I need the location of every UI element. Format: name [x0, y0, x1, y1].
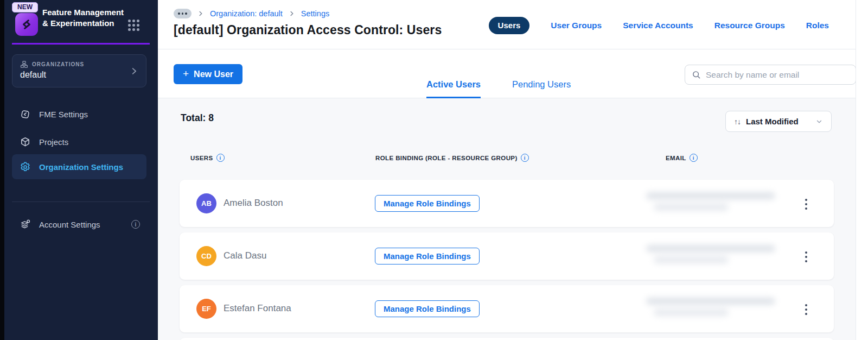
sidebar-item-label: Organization Settings — [39, 162, 123, 172]
sort-arrows-icon: ↑↓ — [734, 117, 741, 126]
chevron-right-icon — [289, 10, 295, 17]
user-name: Cala Dasu — [224, 250, 266, 261]
row-menu-icon[interactable] — [803, 302, 809, 317]
new-user-button-label: New User — [194, 70, 233, 79]
organization-selector[interactable]: ORGANIZATIONS default — [12, 54, 146, 87]
table-row: EF Estefan Fontana Manage Role Bindings — [180, 285, 834, 332]
row-menu-icon[interactable] — [803, 249, 809, 265]
tab-roles[interactable]: Roles — [806, 21, 829, 30]
page-title: [default] Organization Access Control: U… — [174, 23, 442, 37]
tab-active-users[interactable]: Active Users — [426, 79, 481, 98]
chevron-down-icon — [815, 118, 823, 125]
info-icon[interactable]: i — [131, 220, 140, 229]
org-hierarchy-icon — [20, 60, 28, 68]
search-input[interactable] — [706, 70, 849, 80]
table-row: AB Amelia Boston Manage Role Bindings — [180, 180, 834, 227]
cube-icon — [20, 136, 31, 148]
scroll-gutter — [856, 0, 868, 340]
manage-role-bindings-button[interactable]: Manage Role Bindings — [375, 195, 480, 212]
sidebar-item-label: Projects — [39, 137, 68, 147]
sidebar-item-label: FME Settings — [39, 110, 88, 119]
new-user-button[interactable]: + New User — [174, 64, 242, 84]
screen-edge-strip — [0, 0, 4, 340]
manage-role-bindings-button[interactable]: Manage Role Bindings — [375, 300, 480, 317]
user-name: Estefan Fontana — [224, 303, 291, 314]
gear-icon — [20, 161, 31, 173]
sidebar-divider — [12, 202, 150, 202]
breadcrumb-link-settings[interactable]: Settings — [301, 9, 329, 18]
table-header: USERS i ROLE BINDING (ROLE - RESOURCE GR… — [180, 154, 834, 163]
brand-divider — [12, 43, 150, 45]
user-view-tabs: Active Users Pending Users — [426, 79, 571, 98]
tab-pending-users[interactable]: Pending Users — [512, 79, 571, 98]
total-count: Total: 8 — [181, 112, 214, 124]
sidebar-item-organization-settings[interactable]: Organization Settings — [12, 154, 146, 179]
new-badge: NEW — [12, 2, 38, 12]
tab-users[interactable]: Users — [489, 17, 530, 34]
email-redacted — [646, 298, 775, 316]
column-role-binding: ROLE BINDING (ROLE - RESOURCE GROUP) — [375, 155, 518, 161]
table-row: CD Cala Dasu Manage Role Bindings — [180, 232, 834, 280]
sidebar-item-account-settings[interactable]: Account Settings i — [12, 213, 146, 235]
org-selector-value: default — [20, 70, 138, 80]
email-redacted — [646, 245, 775, 263]
access-control-nav: Users User Groups Service Accounts Resou… — [489, 17, 829, 34]
main-panel: Organization: default Settings [default]… — [158, 0, 856, 340]
avatar: AB — [196, 193, 216, 213]
info-icon[interactable]: i — [521, 154, 529, 162]
info-icon[interactable]: i — [216, 154, 225, 162]
chevron-right-icon — [197, 10, 204, 17]
page-header: Organization: default Settings [default]… — [158, 0, 856, 49]
sidebar-item-label: Account Settings — [39, 220, 100, 229]
sort-dropdown[interactable]: ↑↓ Last Modified — [725, 111, 832, 132]
sidebar-item-projects[interactable]: Projects — [12, 131, 146, 153]
split-glyph-icon — [20, 17, 34, 32]
column-email: EMAIL — [666, 155, 686, 161]
search-icon — [692, 70, 701, 79]
tab-resource-groups[interactable]: Resource Groups — [714, 21, 785, 30]
breadcrumb: Organization: default Settings — [174, 9, 329, 18]
chevron-right-icon — [129, 66, 139, 76]
table-row-partial — [180, 338, 834, 340]
plus-icon: + — [183, 68, 189, 79]
user-name: Amelia Boston — [224, 198, 283, 209]
sidebar: NEW Feature Management & Experimentation… — [4, 0, 158, 340]
avatar: EF — [196, 299, 216, 319]
breadcrumb-link-organization[interactable]: Organization: default — [210, 9, 283, 18]
apps-grid-icon[interactable] — [128, 20, 139, 31]
tab-user-groups[interactable]: User Groups — [551, 21, 602, 30]
users-list-section: Total: 8 ↑↓ Last Modified USERS i ROLE B… — [158, 98, 856, 340]
layers-gear-icon — [20, 219, 31, 230]
app-title: Feature Management & Experimentation — [42, 7, 129, 29]
sort-value: Last Modified — [746, 117, 810, 126]
info-icon[interactable]: i — [690, 154, 698, 162]
fme-split-icon — [20, 109, 31, 120]
split-logo — [15, 13, 38, 36]
breadcrumb-ellipsis-icon[interactable] — [174, 9, 192, 18]
toolbar: + New User Active Users Pending Users — [158, 49, 856, 98]
column-users: USERS — [190, 155, 213, 161]
avatar: CD — [196, 246, 216, 266]
search-box — [685, 65, 856, 85]
manage-role-bindings-button[interactable]: Manage Role Bindings — [375, 248, 480, 265]
org-selector-label: ORGANIZATIONS — [32, 61, 84, 67]
row-menu-icon[interactable] — [803, 197, 809, 212]
tab-service-accounts[interactable]: Service Accounts — [623, 21, 693, 30]
email-redacted — [646, 192, 775, 211]
sidebar-item-fme-settings[interactable]: FME Settings — [12, 103, 146, 125]
